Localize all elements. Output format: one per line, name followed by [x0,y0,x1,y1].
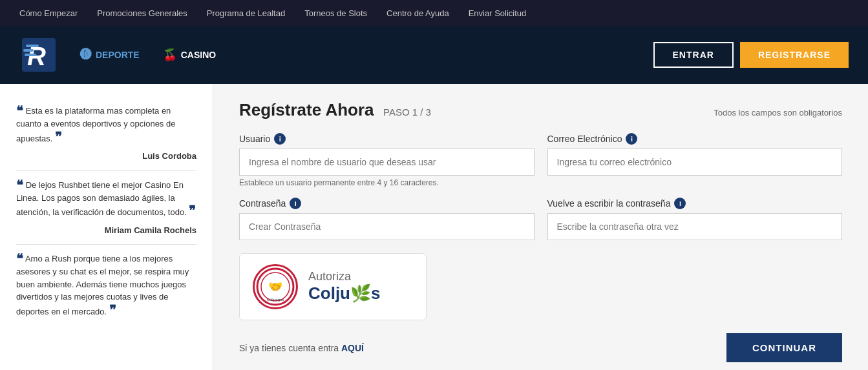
quote-close-icon-3: ❞ [109,303,116,317]
nav-torneos[interactable]: Torneos de Slots [304,8,367,18]
nav-promociones[interactable]: Promociones Generales [97,8,187,18]
sidebar: ❝ Esta es la plataforma mas completa en … [0,84,213,370]
quote-close-icon: ❞ [55,130,62,144]
svg-text:Coljuegos: Coljuegos [267,298,284,302]
form-step: PASO 1 / 3 [383,107,431,118]
form-area: Regístrate Ahora PASO 1 / 3 Todos los ca… [213,84,868,370]
deporte-icon: 🅓 [80,48,92,62]
casino-pill[interactable]: 🍒 CASINO [154,44,225,66]
signin-link[interactable]: AQUÍ [341,343,364,353]
username-label: Usuario [239,134,270,144]
username-hint: Establece un usuario permanente entre 4 … [239,178,535,187]
continuar-button[interactable]: CONTINUAR [726,333,842,362]
confirm-password-label-row: Vuelve a escribir la contraseña i [547,198,843,209]
form-row-1: Usuario i Establece un usuario permanent… [239,133,842,187]
top-navigation: Cómo Empezar Promociones Generales Progr… [0,0,868,26]
testimonial-2: ❝ De lejos Rushbet tiene el mejor Casino… [16,171,196,245]
username-group: Usuario i Establece un usuario permanent… [239,133,535,187]
coljuegos-brand: Colju🌿s [308,283,380,303]
confirm-password-group: Vuelve a escribir la contraseña i [547,198,843,240]
testimonial-3-body: Amo a Rush porque tiene a los mejores as… [16,254,189,316]
entrar-button[interactable]: ENTRAR [653,42,734,68]
testimonial-2-text: ❝ De lejos Rushbet tiene el mejor Casino… [16,179,196,219]
password-label-row: Contraseña i [239,198,535,209]
signin-link-text: Si ya tienes cuenta entra AQUÍ [239,343,364,353]
nav-ayuda[interactable]: Centro de Ayuda [386,8,449,18]
password-label: Contraseña [239,198,286,209]
casino-icon: 🍒 [163,48,177,62]
required-note: Todos los campos son obligatorios [714,108,842,118]
nav-solicitud[interactable]: Enviar Solicitud [469,8,527,18]
coljuegos-box: 🤝 Coljuegos Autoriza Colju🌿s [239,253,427,320]
confirm-password-input[interactable] [547,213,843,240]
signin-text: Si ya tienes cuenta entra [239,343,339,353]
testimonial-1-author: Luis Cordoba [16,150,196,163]
main-content: ❝ Esta es la plataforma mas completa en … [0,84,868,370]
testimonial-3: ❝ Amo a Rush porque tiene a los mejores … [16,245,196,331]
form-title: Regístrate Ahora [239,100,374,119]
svg-rect-4 [25,54,36,56]
confirm-password-label: Vuelve a escribir la contraseña [547,198,671,209]
form-bottom: Si ya tienes cuenta entra AQUÍ CONTINUAR [239,333,842,362]
email-group: Correo Electrónico i [547,133,843,187]
coljuegos-logo: 🤝 Coljuegos [253,264,298,309]
password-group: Contraseña i [239,198,535,240]
nav-como-empezar[interactable]: Cómo Empezar [19,8,78,18]
testimonial-1-text: ❝ Esta es la plataforma mas completa en … [16,105,196,145]
deporte-label: DEPORTE [96,50,140,60]
coljuegos-text: Autoriza Colju🌿s [308,270,380,303]
testimonial-2-body: De lejos Rushbet tiene el mejor Casino E… [16,180,187,218]
form-title-group: Regístrate Ahora PASO 1 / 3 [239,100,431,120]
nav-lealtad[interactable]: Programa de Lealtad [207,8,285,18]
email-label: Correo Electrónico [547,134,622,144]
coljuegos-leaf-icon: 🌿 [350,283,371,303]
coljuegos-section: 🤝 Coljuegos Autoriza Colju🌿s [239,253,842,320]
quote-open-icon: ❝ [16,104,23,118]
header: R 🅓 DEPORTE 🍒 CASINO ENTRAR REGISTRARSE [0,26,868,84]
svg-text:🤝: 🤝 [268,280,283,294]
password-input[interactable] [239,213,535,240]
quote-close-icon-2: ❞ [189,203,196,218]
testimonial-1-body: Esta es la plataforma mas completa en cu… [16,106,175,143]
form-row-2: Contraseña i Vuelve a escribir la contra… [239,198,842,240]
confirm-password-info-icon[interactable]: i [674,198,686,209]
password-info-icon[interactable]: i [290,198,301,209]
quote-open-icon-2: ❝ [16,178,23,192]
deporte-pill[interactable]: 🅓 DEPORTE [71,45,149,66]
email-info-icon[interactable]: i [626,133,637,145]
header-right: ENTRAR REGISTRARSE [653,42,849,68]
header-left: R 🅓 DEPORTE 🍒 CASINO [19,36,225,74]
testimonial-1: ❝ Esta es la plataforma mas completa en … [16,97,196,171]
testimonial-3-text: ❝ Amo a Rush porque tiene a los mejores … [16,252,196,318]
autoriza-text: Autoriza [308,270,380,283]
form-header: Regístrate Ahora PASO 1 / 3 Todos los ca… [239,100,842,120]
svg-rect-3 [23,49,34,52]
quote-open-icon-3: ❝ [16,252,23,266]
email-label-row: Correo Electrónico i [547,133,843,145]
email-input[interactable] [547,149,843,176]
logo[interactable]: R [19,36,58,74]
casino-label: CASINO [181,50,216,60]
username-info-icon[interactable]: i [274,133,286,145]
svg-rect-2 [26,45,39,47]
testimonial-2-author: Miriam Camila Rochels [16,224,196,237]
username-input[interactable] [239,149,535,176]
nav-pills: 🅓 DEPORTE 🍒 CASINO [71,44,225,66]
username-label-row: Usuario i [239,133,535,145]
registrarse-button[interactable]: REGISTRARSE [740,42,849,68]
